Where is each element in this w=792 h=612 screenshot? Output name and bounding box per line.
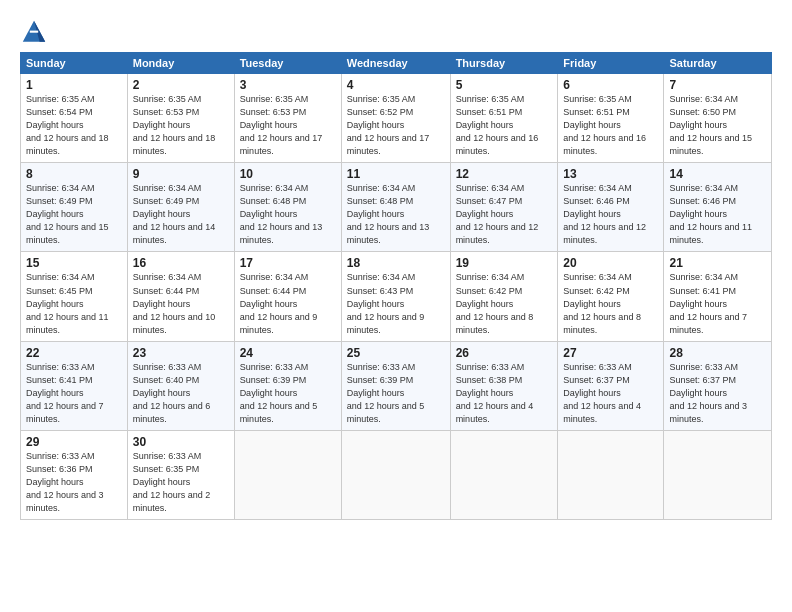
calendar-cell: 18 Sunrise: 6:34 AMSunset: 6:43 PMDaylig… xyxy=(341,252,450,341)
col-sunday: Sunday xyxy=(21,53,128,74)
day-info: Sunrise: 6:34 AMSunset: 6:41 PMDaylight … xyxy=(669,272,747,334)
calendar-cell: 28 Sunrise: 6:33 AMSunset: 6:37 PMDaylig… xyxy=(664,341,772,430)
calendar-cell xyxy=(234,430,341,519)
day-info: Sunrise: 6:34 AMSunset: 6:42 PMDaylight … xyxy=(563,272,641,334)
calendar-cell: 25 Sunrise: 6:33 AMSunset: 6:39 PMDaylig… xyxy=(341,341,450,430)
day-info: Sunrise: 6:35 AMSunset: 6:53 PMDaylight … xyxy=(133,94,216,156)
day-number: 6 xyxy=(563,78,658,92)
logo xyxy=(20,18,52,46)
calendar-week-row: 8 Sunrise: 6:34 AMSunset: 6:49 PMDayligh… xyxy=(21,163,772,252)
calendar-cell: 2 Sunrise: 6:35 AMSunset: 6:53 PMDayligh… xyxy=(127,74,234,163)
day-number: 10 xyxy=(240,167,336,181)
day-number: 26 xyxy=(456,346,553,360)
day-number: 30 xyxy=(133,435,229,449)
calendar-cell: 11 Sunrise: 6:34 AMSunset: 6:48 PMDaylig… xyxy=(341,163,450,252)
day-info: Sunrise: 6:33 AMSunset: 6:39 PMDaylight … xyxy=(347,362,425,424)
day-number: 3 xyxy=(240,78,336,92)
day-info: Sunrise: 6:34 AMSunset: 6:42 PMDaylight … xyxy=(456,272,534,334)
col-friday: Friday xyxy=(558,53,664,74)
logo-icon xyxy=(20,18,48,46)
calendar-table: Sunday Monday Tuesday Wednesday Thursday… xyxy=(20,52,772,520)
calendar-cell: 10 Sunrise: 6:34 AMSunset: 6:48 PMDaylig… xyxy=(234,163,341,252)
day-number: 16 xyxy=(133,256,229,270)
day-number: 17 xyxy=(240,256,336,270)
day-info: Sunrise: 6:33 AMSunset: 6:41 PMDaylight … xyxy=(26,362,104,424)
day-info: Sunrise: 6:34 AMSunset: 6:44 PMDaylight … xyxy=(240,272,318,334)
day-info: Sunrise: 6:34 AMSunset: 6:47 PMDaylight … xyxy=(456,183,539,245)
day-number: 1 xyxy=(26,78,122,92)
day-info: Sunrise: 6:34 AMSunset: 6:48 PMDaylight … xyxy=(240,183,323,245)
calendar-week-row: 15 Sunrise: 6:34 AMSunset: 6:45 PMDaylig… xyxy=(21,252,772,341)
calendar-cell: 24 Sunrise: 6:33 AMSunset: 6:39 PMDaylig… xyxy=(234,341,341,430)
day-info: Sunrise: 6:34 AMSunset: 6:50 PMDaylight … xyxy=(669,94,752,156)
day-info: Sunrise: 6:33 AMSunset: 6:35 PMDaylight … xyxy=(133,451,211,513)
day-number: 20 xyxy=(563,256,658,270)
calendar-cell: 26 Sunrise: 6:33 AMSunset: 6:38 PMDaylig… xyxy=(450,341,558,430)
calendar-cell: 27 Sunrise: 6:33 AMSunset: 6:37 PMDaylig… xyxy=(558,341,664,430)
day-info: Sunrise: 6:34 AMSunset: 6:48 PMDaylight … xyxy=(347,183,430,245)
day-number: 19 xyxy=(456,256,553,270)
day-number: 9 xyxy=(133,167,229,181)
day-info: Sunrise: 6:35 AMSunset: 6:53 PMDaylight … xyxy=(240,94,323,156)
calendar-week-row: 22 Sunrise: 6:33 AMSunset: 6:41 PMDaylig… xyxy=(21,341,772,430)
day-number: 5 xyxy=(456,78,553,92)
day-info: Sunrise: 6:34 AMSunset: 6:49 PMDaylight … xyxy=(26,183,109,245)
day-number: 11 xyxy=(347,167,445,181)
calendar-cell: 17 Sunrise: 6:34 AMSunset: 6:44 PMDaylig… xyxy=(234,252,341,341)
day-info: Sunrise: 6:33 AMSunset: 6:38 PMDaylight … xyxy=(456,362,534,424)
calendar-cell: 19 Sunrise: 6:34 AMSunset: 6:42 PMDaylig… xyxy=(450,252,558,341)
calendar-cell xyxy=(341,430,450,519)
calendar-cell: 12 Sunrise: 6:34 AMSunset: 6:47 PMDaylig… xyxy=(450,163,558,252)
day-number: 12 xyxy=(456,167,553,181)
day-info: Sunrise: 6:34 AMSunset: 6:44 PMDaylight … xyxy=(133,272,216,334)
calendar-cell: 6 Sunrise: 6:35 AMSunset: 6:51 PMDayligh… xyxy=(558,74,664,163)
day-info: Sunrise: 6:35 AMSunset: 6:51 PMDaylight … xyxy=(456,94,539,156)
calendar-cell: 8 Sunrise: 6:34 AMSunset: 6:49 PMDayligh… xyxy=(21,163,128,252)
calendar-cell: 21 Sunrise: 6:34 AMSunset: 6:41 PMDaylig… xyxy=(664,252,772,341)
svg-rect-2 xyxy=(30,31,38,33)
header xyxy=(20,18,772,46)
calendar-cell: 29 Sunrise: 6:33 AMSunset: 6:36 PMDaylig… xyxy=(21,430,128,519)
day-number: 4 xyxy=(347,78,445,92)
calendar-cell: 23 Sunrise: 6:33 AMSunset: 6:40 PMDaylig… xyxy=(127,341,234,430)
col-saturday: Saturday xyxy=(664,53,772,74)
day-info: Sunrise: 6:34 AMSunset: 6:46 PMDaylight … xyxy=(563,183,646,245)
day-info: Sunrise: 6:33 AMSunset: 6:40 PMDaylight … xyxy=(133,362,211,424)
calendar-cell: 22 Sunrise: 6:33 AMSunset: 6:41 PMDaylig… xyxy=(21,341,128,430)
col-tuesday: Tuesday xyxy=(234,53,341,74)
day-number: 14 xyxy=(669,167,766,181)
day-number: 8 xyxy=(26,167,122,181)
page: Sunday Monday Tuesday Wednesday Thursday… xyxy=(0,0,792,612)
calendar-cell: 3 Sunrise: 6:35 AMSunset: 6:53 PMDayligh… xyxy=(234,74,341,163)
day-info: Sunrise: 6:34 AMSunset: 6:49 PMDaylight … xyxy=(133,183,216,245)
calendar-cell: 9 Sunrise: 6:34 AMSunset: 6:49 PMDayligh… xyxy=(127,163,234,252)
day-number: 23 xyxy=(133,346,229,360)
day-number: 25 xyxy=(347,346,445,360)
day-info: Sunrise: 6:34 AMSunset: 6:43 PMDaylight … xyxy=(347,272,425,334)
day-info: Sunrise: 6:33 AMSunset: 6:37 PMDaylight … xyxy=(669,362,747,424)
day-number: 7 xyxy=(669,78,766,92)
calendar-cell: 13 Sunrise: 6:34 AMSunset: 6:46 PMDaylig… xyxy=(558,163,664,252)
day-number: 15 xyxy=(26,256,122,270)
day-info: Sunrise: 6:33 AMSunset: 6:36 PMDaylight … xyxy=(26,451,104,513)
day-info: Sunrise: 6:33 AMSunset: 6:39 PMDaylight … xyxy=(240,362,318,424)
calendar-cell: 1 Sunrise: 6:35 AMSunset: 6:54 PMDayligh… xyxy=(21,74,128,163)
col-monday: Monday xyxy=(127,53,234,74)
day-info: Sunrise: 6:35 AMSunset: 6:54 PMDaylight … xyxy=(26,94,109,156)
day-info: Sunrise: 6:35 AMSunset: 6:52 PMDaylight … xyxy=(347,94,430,156)
col-wednesday: Wednesday xyxy=(341,53,450,74)
calendar-cell xyxy=(664,430,772,519)
day-number: 21 xyxy=(669,256,766,270)
col-thursday: Thursday xyxy=(450,53,558,74)
calendar-cell: 20 Sunrise: 6:34 AMSunset: 6:42 PMDaylig… xyxy=(558,252,664,341)
calendar-header-row: Sunday Monday Tuesday Wednesday Thursday… xyxy=(21,53,772,74)
calendar-cell xyxy=(450,430,558,519)
day-number: 13 xyxy=(563,167,658,181)
day-number: 24 xyxy=(240,346,336,360)
calendar-cell: 15 Sunrise: 6:34 AMSunset: 6:45 PMDaylig… xyxy=(21,252,128,341)
calendar-week-row: 1 Sunrise: 6:35 AMSunset: 6:54 PMDayligh… xyxy=(21,74,772,163)
day-info: Sunrise: 6:35 AMSunset: 6:51 PMDaylight … xyxy=(563,94,646,156)
calendar-cell: 14 Sunrise: 6:34 AMSunset: 6:46 PMDaylig… xyxy=(664,163,772,252)
day-number: 28 xyxy=(669,346,766,360)
calendar-cell: 4 Sunrise: 6:35 AMSunset: 6:52 PMDayligh… xyxy=(341,74,450,163)
